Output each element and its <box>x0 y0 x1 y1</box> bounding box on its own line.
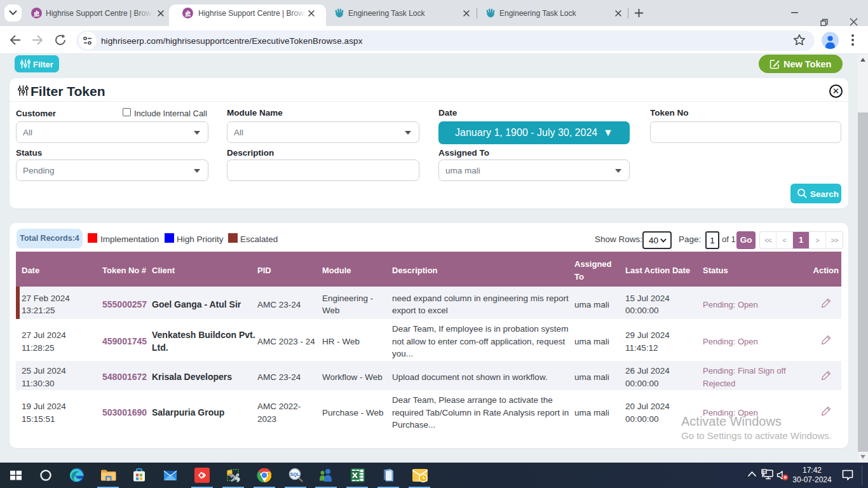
svg-text:SQL: SQL <box>290 472 300 477</box>
